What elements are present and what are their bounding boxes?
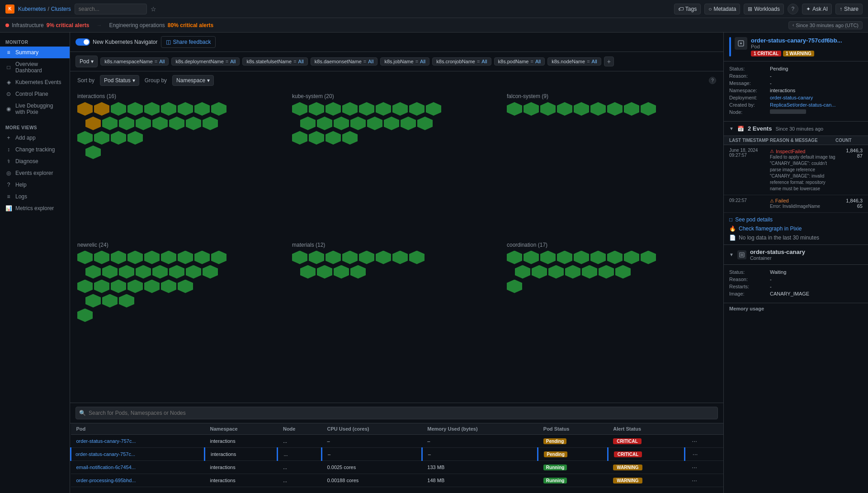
hex-cell[interactable]: [548, 265, 564, 279]
rp-created-value[interactable]: ReplicaSet/order-status-can...: [770, 102, 836, 108]
hex-cell[interactable]: [127, 280, 143, 293]
topbar-search[interactable]: [75, 4, 147, 14]
hex-cell[interactable]: [144, 102, 160, 116]
hex-cell[interactable]: [641, 102, 656, 116]
hex-cell[interactable]: [565, 265, 580, 279]
hex-cell[interactable]: [77, 131, 93, 145]
hex-cell[interactable]: [102, 265, 118, 279]
metadata-button[interactable]: ○ Metadata: [704, 4, 740, 14]
hex-cell[interactable]: [350, 265, 366, 279]
hex-cell[interactable]: [136, 117, 151, 130]
hex-cell[interactable]: [178, 280, 193, 293]
hex-cell[interactable]: [169, 265, 184, 279]
hex-cell[interactable]: [161, 102, 176, 116]
hex-cell[interactable]: [111, 131, 126, 145]
hex-cell[interactable]: [574, 251, 589, 264]
group-by-dropdown[interactable]: Namespace ▾: [172, 75, 214, 86]
filter-podname[interactable]: k8s.podName = All: [494, 57, 545, 66]
hex-cell[interactable]: [127, 251, 143, 264]
sidebar-item-summary[interactable]: ≡ Summary: [0, 47, 70, 58]
share-button[interactable]: ↑ Share: [835, 4, 863, 14]
hex-cell[interactable]: [507, 102, 522, 116]
pod-filter-dropdown[interactable]: Pod ▾: [75, 56, 98, 67]
hex-cell[interactable]: [384, 117, 399, 130]
hex-cell[interactable]: [392, 102, 408, 116]
eng-alert[interactable]: Engineering operations 80% critical aler…: [109, 22, 213, 28]
hex-cell[interactable]: [186, 265, 201, 279]
hex-cell[interactable]: [342, 131, 358, 145]
hex-cell[interactable]: [532, 265, 547, 279]
filter-cronjob[interactable]: k8s.cronjobName = All: [432, 57, 491, 66]
hex-cell[interactable]: [102, 117, 118, 130]
row-more-button[interactable]: ···: [691, 451, 700, 458]
hex-cell[interactable]: [574, 102, 589, 116]
hex-cell[interactable]: [409, 102, 425, 116]
hex-cell[interactable]: [94, 280, 109, 293]
hex-cell[interactable]: [85, 117, 101, 130]
hex-cell[interactable]: [540, 251, 556, 264]
filter-deployment[interactable]: k8s.deploymentName = All: [171, 57, 240, 66]
flamegraph-link[interactable]: 🔥 Check flamegraph in Pixie: [729, 225, 863, 232]
rp-container-header[interactable]: ▼ order-status-canary Container: [724, 245, 868, 265]
hex-cell[interactable]: [309, 102, 324, 116]
hex-cell[interactable]: [94, 131, 109, 145]
filter-job[interactable]: k8s.jobName = All: [380, 57, 429, 66]
hex-cell[interactable]: [540, 102, 556, 116]
hex-cell[interactable]: [624, 102, 639, 116]
hex-cell[interactable]: [77, 102, 93, 116]
table-row[interactable]: email-notification-6c7454...interactions…: [71, 461, 724, 474]
rp-deployment-value[interactable]: order-status-canary: [770, 95, 813, 100]
hex-cell[interactable]: [292, 131, 307, 145]
hex-cell[interactable]: [524, 251, 539, 264]
breadcrumb-kubernetes[interactable]: Kubernetes: [18, 6, 46, 12]
hex-cell[interactable]: [85, 146, 101, 159]
filter-nodename[interactable]: k8s.nodeName = All: [547, 57, 601, 66]
help-button[interactable]: ?: [788, 4, 798, 14]
workloads-button[interactable]: ⊞ Workloads: [744, 4, 783, 14]
hex-cell[interactable]: [119, 265, 134, 279]
hex-cell[interactable]: [334, 265, 349, 279]
sidebar-item-overview[interactable]: □ Overview Dashboard: [0, 58, 70, 76]
table-row[interactable]: order-status-canary-757c...interactions.…: [71, 435, 724, 448]
time-range-badge[interactable]: ‹ Since 30 minutes ago (UTC): [788, 21, 863, 29]
navigator-toggle[interactable]: [75, 38, 90, 46]
hex-cell[interactable]: [426, 102, 441, 116]
table-row[interactable]: order-processing-695bhd...interactions..…: [71, 474, 724, 487]
hex-cell[interactable]: [144, 280, 160, 293]
hex-cell[interactable]: [309, 131, 324, 145]
hex-cell[interactable]: [127, 102, 143, 116]
hex-cell[interactable]: [111, 280, 126, 293]
hex-cell[interactable]: [77, 280, 93, 293]
hex-cell[interactable]: [300, 117, 316, 130]
hex-cell[interactable]: [194, 102, 210, 116]
sort-by-dropdown[interactable]: Pod Status ▾: [100, 75, 139, 86]
table-row[interactable]: order-status-canary-757c...interactions.…: [71, 448, 724, 461]
hex-cell[interactable]: [557, 102, 572, 116]
hex-cell[interactable]: [152, 265, 168, 279]
hex-cell[interactable]: [292, 251, 307, 264]
hex-cell[interactable]: [557, 251, 572, 264]
hex-cell[interactable]: [169, 117, 184, 130]
filter-daemonset[interactable]: k8s.daemonsetName = All: [311, 57, 378, 66]
hex-cell[interactable]: [359, 102, 374, 116]
hex-cell[interactable]: [94, 102, 109, 116]
hex-cell[interactable]: [367, 117, 382, 130]
hex-cell[interactable]: [582, 265, 597, 279]
hex-cell[interactable]: [136, 265, 151, 279]
hex-cell[interactable]: [401, 117, 416, 130]
infra-alert[interactable]: Infrastructure 9% critical alerts: [5, 22, 89, 28]
sidebar-item-add-app[interactable]: + Add app: [0, 132, 70, 144]
sidebar-item-k8s-events[interactable]: ◈ Kubernetes Events: [0, 76, 70, 88]
filter-statefulset[interactable]: k8s.statefulsetName = All: [242, 57, 307, 66]
hex-cell[interactable]: [94, 251, 109, 264]
hex-cell[interactable]: [203, 265, 218, 279]
hex-cell[interactable]: [326, 102, 341, 116]
sidebar-item-diagnose[interactable]: ⚕ Diagnose: [0, 155, 70, 167]
sidebar-item-control-plane[interactable]: ⊙ Control Plane: [0, 88, 70, 100]
breadcrumb-clusters[interactable]: Clusters: [51, 6, 71, 12]
hex-cell[interactable]: [111, 251, 126, 264]
hex-cell[interactable]: [359, 251, 374, 264]
table-search-input[interactable]: [75, 407, 718, 419]
hex-cell[interactable]: [334, 117, 349, 130]
sidebar-item-metrics-explorer[interactable]: 📊 Metrics explorer: [0, 202, 70, 214]
